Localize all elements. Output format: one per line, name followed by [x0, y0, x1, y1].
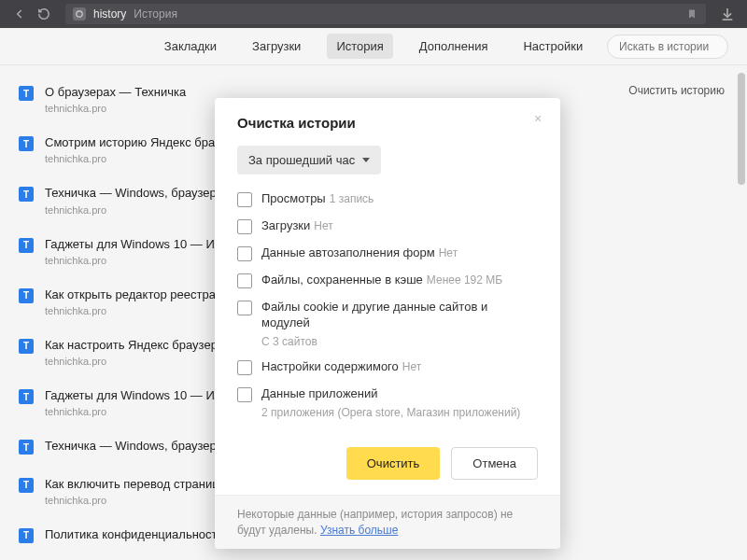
favicon: T	[19, 86, 34, 101]
browser-chrome: history История	[0, 0, 747, 28]
address-secondary: История	[134, 7, 177, 21]
time-range-select[interactable]: За прошедший час	[237, 146, 381, 175]
check-hint-downloads: Нет	[314, 219, 332, 232]
checkbox-cookies[interactable]	[237, 301, 252, 315]
tab-bookmarks[interactable]: Закладки	[155, 34, 226, 59]
back-button[interactable]	[11, 6, 28, 22]
reload-button[interactable]	[35, 6, 52, 22]
check-hint-views: 1 запись	[330, 192, 374, 205]
favicon: T	[19, 339, 34, 354]
favicon: T	[19, 238, 34, 253]
checkbox-cache[interactable]	[237, 273, 252, 288]
site-icon	[73, 7, 86, 21]
check-hint-cache: Менее 192 МБ	[427, 273, 502, 287]
check-hint-autofill: Нет	[439, 246, 458, 259]
check-label-apps: Данные приложений	[261, 386, 378, 400]
checkbox-apps[interactable]	[237, 387, 252, 402]
svg-point-0	[77, 11, 82, 17]
check-sub-apps: 2 приложения (Opera store, Магазин прило…	[261, 406, 538, 419]
checkbox-views[interactable]	[237, 192, 252, 207]
clear-button[interactable]: Очистить	[346, 447, 441, 480]
chevron-down-icon	[362, 158, 370, 162]
bookmark-tag-icon[interactable]	[685, 7, 698, 21]
tab-settings[interactable]: Настройки	[514, 34, 592, 59]
dialog-footer: Некоторые данные (например, история запр…	[215, 495, 560, 550]
tab-addons[interactable]: Дополнения	[410, 34, 498, 59]
favicon: T	[19, 389, 34, 404]
tab-downloads[interactable]: Загрузки	[243, 34, 310, 59]
dialog-title: Очистка истории	[237, 115, 538, 131]
clear-history-dialog: Очистка истории × За прошедший час Просм…	[215, 98, 560, 549]
favicon: T	[19, 187, 34, 202]
address-primary: history	[93, 7, 126, 21]
checkbox-content[interactable]	[237, 360, 252, 375]
check-label-cookies: Файлы cookie и другие данные сайтов и мо…	[261, 300, 487, 329]
tab-history[interactable]: История	[327, 34, 392, 59]
downloads-button[interactable]	[719, 6, 736, 22]
cancel-button[interactable]: Отмена	[451, 447, 538, 480]
learn-more-link[interactable]: Узнать больше	[320, 524, 398, 537]
tabs-row: Закладки Загрузки История Дополнения Нас…	[0, 28, 747, 65]
history-item-title: О браузерах — Техничка	[45, 84, 186, 101]
check-label-content: Настройки содержимого	[261, 359, 399, 373]
checkbox-autofill[interactable]	[237, 246, 252, 261]
check-sub-cookies: С 3 сайтов	[261, 335, 538, 348]
check-label-autofill: Данные автозаполнения форм	[261, 245, 435, 259]
search-history-input[interactable]	[607, 35, 728, 59]
close-icon[interactable]: ×	[534, 111, 547, 124]
address-bar[interactable]: history История	[65, 4, 706, 24]
check-hint-content: Нет	[402, 360, 421, 373]
favicon: T	[19, 440, 34, 455]
check-label-cache: Файлы, сохраненные в кэше	[261, 273, 423, 287]
favicon: T	[19, 478, 34, 493]
history-item-domain: tehnichka.pro	[45, 103, 186, 114]
checkbox-downloads[interactable]	[237, 219, 252, 234]
check-label-views: Просмотры	[261, 191, 326, 205]
clear-history-link[interactable]: Очистить историю	[628, 84, 725, 97]
favicon: T	[19, 288, 34, 303]
check-label-downloads: Загрузки	[261, 218, 310, 232]
favicon: T	[19, 136, 34, 151]
time-range-label: За прошедший час	[248, 153, 355, 167]
favicon: T	[19, 528, 34, 543]
scrollbar-thumb[interactable]	[738, 73, 745, 185]
